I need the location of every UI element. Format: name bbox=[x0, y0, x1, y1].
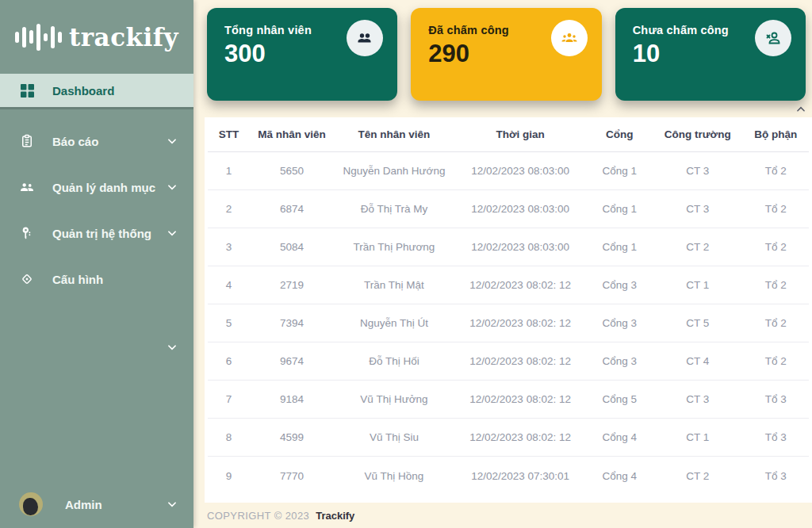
cell-site: CT 2 bbox=[653, 241, 743, 253]
chevron-down-icon bbox=[167, 136, 178, 147]
sidebar-item-label: Dashboard bbox=[52, 84, 114, 98]
cell-gate: Cổng 3 bbox=[587, 279, 653, 291]
cell-employee-id: 6874 bbox=[250, 203, 334, 215]
table-row[interactable]: 7 9184 Vũ Thị Hưởng 12/02/2023 08:02: 12… bbox=[208, 381, 809, 419]
column-header: Thời gian bbox=[454, 128, 587, 140]
app-title: trackify bbox=[69, 23, 178, 52]
attendance-table: STTMã nhân viênTên nhân viênThời gianCổn… bbox=[205, 117, 812, 503]
cell-employee-name: Đỗ Thị Hối bbox=[334, 355, 454, 367]
sidebar-collapsed-item[interactable] bbox=[0, 327, 193, 367]
cell-department: Tổ 2 bbox=[743, 165, 809, 177]
chevron-down-icon bbox=[167, 228, 178, 239]
copyright-text: COPYRIGHT © 2023 bbox=[207, 510, 309, 522]
stats-cards: Tổng nhân viên 300 Đã chấm công 290 Chưa… bbox=[193, 0, 812, 101]
table-header-row: STTMã nhân viênTên nhân viênThời gianCổn… bbox=[208, 117, 809, 152]
cell-employee-name: Vũ Thị Hưởng bbox=[334, 393, 454, 405]
sidebar-item-quan-ly-danh-muc[interactable]: Quản lý danh mục bbox=[0, 167, 193, 207]
table-row[interactable]: 5 7394 Nguyễn Thị Út 12/02/2023 08:02: 1… bbox=[208, 304, 809, 342]
card-not-checked-in: Chưa chấm công 10 bbox=[615, 8, 806, 101]
sidebar-item-dashboard[interactable]: Dashboard bbox=[0, 74, 193, 107]
cell-gate: Cổng 1 bbox=[587, 165, 653, 177]
app-logo: trackify bbox=[0, 0, 193, 74]
users-icon bbox=[19, 179, 35, 195]
table-row[interactable]: 3 5084 Trần Thị Phương 12/02/2023 08:03:… bbox=[208, 228, 809, 266]
cell-stt: 7 bbox=[208, 393, 250, 405]
cell-time: 12/02/2023 08:02: 12 bbox=[454, 431, 587, 443]
cell-site: CT 4 bbox=[653, 355, 743, 367]
cell-department: Tổ 2 bbox=[743, 241, 809, 253]
footer-brand: Trackify bbox=[316, 510, 354, 522]
sidebar-nav: Báo cáo Quản lý danh mục Quản trị hệ thố… bbox=[0, 121, 193, 367]
cell-time: 12/02/2023 08:03:00 bbox=[454, 203, 587, 215]
table-row[interactable]: 2 6874 Đỗ Thị Trà My 12/02/2023 08:03:00… bbox=[208, 190, 809, 228]
sidebar-item-label: Báo cáo bbox=[52, 135, 98, 148]
column-header: Bộ phận bbox=[743, 128, 809, 140]
cell-time: 12/02/2023 08:02: 12 bbox=[454, 279, 587, 291]
chevron-up-icon[interactable] bbox=[795, 104, 807, 115]
sidebar-item-cau-hinh[interactable]: Cấu hình bbox=[0, 259, 193, 299]
group-icon bbox=[347, 20, 383, 56]
cell-department: Tổ 2 bbox=[743, 317, 809, 329]
cell-time: 12/02/2023 07:30:01 bbox=[454, 470, 587, 482]
cell-stt: 9 bbox=[208, 470, 250, 482]
cell-site: CT 1 bbox=[653, 279, 743, 291]
cell-stt: 1 bbox=[208, 165, 250, 177]
cell-gate: Cổng 3 bbox=[587, 317, 653, 329]
cell-gate: Cổng 1 bbox=[587, 203, 653, 215]
cell-stt: 3 bbox=[208, 241, 250, 253]
cell-employee-id: 4599 bbox=[250, 431, 334, 443]
sidebar-item-label: Quản trị hệ thống bbox=[52, 227, 151, 240]
cell-stt: 6 bbox=[208, 355, 250, 367]
sidebar-item-label: Quản lý danh mục bbox=[52, 181, 155, 194]
groups-icon bbox=[551, 20, 588, 56]
cell-employee-id: 5650 bbox=[250, 165, 334, 177]
cell-employee-id: 2719 bbox=[250, 279, 334, 291]
column-header: Mã nhân viên bbox=[250, 128, 334, 140]
table-row[interactable]: 1 5650 Nguyễn Danh Hướng 12/02/2023 08:0… bbox=[208, 152, 809, 190]
chevron-down-icon bbox=[167, 342, 178, 353]
cell-employee-name: Nguyễn Thị Út bbox=[334, 317, 454, 329]
cell-employee-id: 7394 bbox=[250, 317, 334, 329]
clipboard-icon bbox=[19, 133, 35, 149]
cell-department: Tổ 3 bbox=[743, 470, 809, 482]
column-header: Tên nhân viên bbox=[334, 128, 454, 140]
key-icon bbox=[19, 225, 35, 241]
cell-site: CT 5 bbox=[653, 317, 743, 329]
cell-time: 12/02/2023 08:02: 12 bbox=[454, 317, 587, 329]
cell-time: 12/02/2023 08:03:00 bbox=[454, 241, 587, 253]
cell-department: Tổ 2 bbox=[743, 355, 809, 367]
cell-gate: Cổng 4 bbox=[587, 431, 653, 443]
chevron-down-icon bbox=[167, 499, 178, 510]
sidebar-item-quan-tri-he-thong[interactable]: Quản trị hệ thống bbox=[0, 213, 193, 253]
main-content: Tổng nhân viên 300 Đã chấm công 290 Chưa… bbox=[193, 0, 812, 528]
cell-employee-id: 9674 bbox=[250, 355, 334, 367]
card-checked-in: Đã chấm công 290 bbox=[411, 8, 601, 101]
cell-employee-name: Nguyễn Danh Hướng bbox=[334, 165, 454, 177]
admin-label: Admin bbox=[65, 498, 102, 511]
cell-employee-name: Đỗ Thị Trà My bbox=[334, 203, 454, 215]
table-row[interactable]: 6 9674 Đỗ Thị Hối 12/02/2023 08:02: 12 C… bbox=[208, 342, 809, 381]
cell-site: CT 2 bbox=[653, 470, 743, 482]
sidebar-item-bao-cao[interactable]: Báo cáo bbox=[0, 121, 193, 161]
cell-employee-id: 9184 bbox=[250, 393, 334, 405]
cell-department: Tổ 2 bbox=[743, 279, 809, 291]
cell-stt: 8 bbox=[208, 431, 250, 443]
cell-time: 12/02/2023 08:03:00 bbox=[454, 165, 587, 177]
table-row[interactable]: 9 7770 Vũ Thị Hồng 12/02/2023 07:30:01 C… bbox=[208, 457, 809, 495]
cell-department: Tổ 3 bbox=[743, 393, 809, 405]
column-header: STT bbox=[208, 128, 250, 140]
table-row[interactable]: 8 4599 Vũ Thị Siu 12/02/2023 08:02: 12 C… bbox=[208, 419, 809, 457]
cell-gate: Cổng 4 bbox=[587, 470, 653, 482]
sidebar-item-label: Cấu hình bbox=[52, 273, 103, 286]
column-header: Cổng bbox=[587, 128, 653, 140]
cell-gate: Cổng 5 bbox=[587, 393, 653, 405]
cell-time: 12/02/2023 08:02: 12 bbox=[454, 393, 587, 405]
cell-department: Tổ 3 bbox=[743, 431, 809, 443]
person-remove-icon bbox=[755, 20, 791, 56]
chevron-down-icon bbox=[167, 182, 178, 193]
cell-employee-name: Vũ Thị Hồng bbox=[334, 470, 454, 482]
settings-icon bbox=[19, 271, 35, 287]
table-row[interactable]: 4 2719 Trần Thị Mật 12/02/2023 08:02: 12… bbox=[208, 266, 809, 304]
sidebar: trackify Dashboard Báo cáo Quản lý danh … bbox=[0, 0, 193, 528]
sidebar-admin-menu[interactable]: Admin bbox=[0, 480, 193, 528]
